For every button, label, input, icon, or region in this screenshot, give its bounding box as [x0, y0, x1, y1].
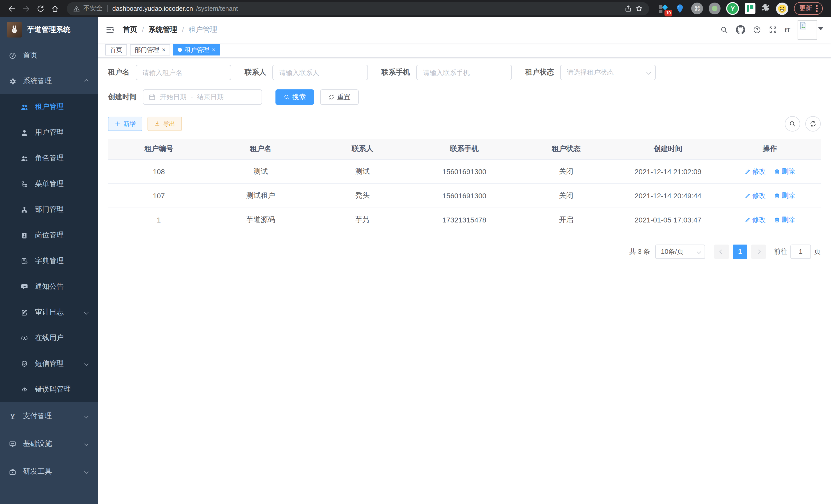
sidebar-item-user-management[interactable]: 用户管理: [0, 120, 98, 145]
delete-link[interactable]: 删除: [774, 191, 795, 200]
sidebar-item-dict-management[interactable]: 字典管理: [0, 248, 98, 274]
notice-bubble-icon: [21, 283, 28, 291]
start-date-placeholder: 开始日期: [160, 92, 187, 102]
tenant-name-input[interactable]: [136, 65, 231, 80]
post-badge-icon: [21, 232, 28, 239]
balloon-extension-icon[interactable]: [675, 3, 686, 14]
sidebar-item-tenant-management[interactable]: 租户管理: [0, 94, 98, 120]
security-warning-icon[interactable]: [73, 5, 80, 12]
sidebar-item-online-users[interactable]: 在线用户: [0, 325, 98, 351]
table-row: 1 芋道源码 芋艿 17321315478 开启 2021-01-05 17:0…: [108, 208, 821, 232]
share-icon[interactable]: [625, 5, 632, 12]
extension-squares-icon[interactable]: 10: [658, 3, 669, 14]
status-select[interactable]: 请选择租户状态: [560, 65, 656, 80]
status-text: 关闭: [515, 159, 617, 183]
sidebar-item-role-management[interactable]: 角色管理: [0, 145, 98, 171]
command-extension-icon[interactable]: ⌘: [691, 3, 703, 14]
edit-link[interactable]: 修改: [745, 215, 766, 224]
delete-link[interactable]: 删除: [774, 167, 795, 176]
github-icon[interactable]: [736, 25, 745, 34]
fullscreen-icon[interactable]: [769, 26, 777, 34]
sidebar-item-error-code[interactable]: 错误码管理: [0, 377, 98, 402]
gear-icon: [9, 77, 17, 85]
delete-link[interactable]: 删除: [774, 215, 795, 224]
navbar-right: tT: [720, 20, 823, 39]
sidebar-item-audit-log[interactable]: 审计日志: [0, 299, 98, 325]
browser-reload-button[interactable]: [34, 2, 47, 15]
col-status: 租户状态: [515, 139, 617, 159]
col-tenant-name: 租户名: [210, 139, 311, 159]
sidebar-item-infrastructure[interactable]: 基础设施: [0, 430, 98, 458]
goto-page-input[interactable]: [791, 244, 811, 259]
sidebar-item-notice[interactable]: 通知公告: [0, 274, 98, 299]
user-avatar[interactable]: [798, 20, 817, 39]
browser-back-button[interactable]: [5, 2, 19, 15]
edit-link[interactable]: 修改: [745, 167, 766, 176]
profile-avatar[interactable]: [776, 2, 789, 14]
search-button[interactable]: 搜索: [276, 89, 314, 105]
kanban-extension-icon[interactable]: [745, 3, 756, 14]
refresh-icon-button[interactable]: [805, 116, 821, 131]
sidebar-item-post-management[interactable]: 岗位管理: [0, 223, 98, 248]
chevron-down-icon: [84, 310, 89, 315]
chevron-down-icon: [84, 414, 89, 418]
col-contact: 联系人: [312, 139, 413, 159]
filter-row-1: 租户名 联系人 联系手机 租户状态 请选择租户状态: [108, 65, 821, 80]
sidebar-fold-icon[interactable]: [105, 25, 115, 34]
avatar-dropdown-caret[interactable]: [818, 27, 823, 30]
close-icon[interactable]: ×: [212, 47, 215, 53]
create-time-label: 创建时间: [108, 92, 143, 102]
extensions-puzzle-icon[interactable]: [762, 3, 771, 14]
export-button[interactable]: 导出: [147, 117, 182, 131]
dictionary-icon: [21, 257, 28, 265]
contact-input[interactable]: [273, 65, 368, 80]
prev-page-button[interactable]: [714, 244, 729, 259]
edit-link[interactable]: 修改: [745, 191, 766, 200]
app-logo-row[interactable]: 芋道管理系统: [0, 17, 98, 42]
close-icon[interactable]: ×: [162, 47, 166, 53]
reset-button[interactable]: 重置: [320, 89, 359, 105]
table-toolbar: 新增 导出: [108, 116, 821, 131]
show-search-icon-button[interactable]: [785, 116, 800, 131]
breadcrumb: 首页 / 系统管理 / 租户管理: [123, 25, 218, 34]
phone-input[interactable]: [416, 65, 512, 80]
sidebar-item-system[interactable]: 系统管理: [0, 68, 98, 94]
sidebar-item-dept-management[interactable]: 部门管理: [0, 197, 98, 223]
sidebar-item-menu-management[interactable]: 菜单管理: [0, 171, 98, 197]
breadcrumb-current: 租户管理: [189, 25, 218, 34]
search-icon[interactable]: [720, 26, 728, 34]
sidebar-item-dev-tools[interactable]: 研发工具: [0, 458, 98, 485]
font-size-icon[interactable]: tT: [784, 26, 790, 34]
next-page-button[interactable]: [751, 244, 766, 259]
tab-dept-management[interactable]: 部门管理 ×: [130, 44, 170, 56]
address-bar[interactable]: 不安全 dashboard.yudao.iocoder.cn/system/te…: [67, 2, 649, 15]
browser-window: 不安全 dashboard.yudao.iocoder.cn/system/te…: [0, 0, 831, 504]
phone-label: 联系手机: [381, 68, 416, 77]
tab-home[interactable]: 首页: [105, 44, 127, 56]
browser-toolbar: 不安全 dashboard.yudao.iocoder.cn/system/te…: [0, 0, 831, 17]
bookmark-star-icon[interactable]: [635, 5, 643, 12]
add-button[interactable]: 新增: [108, 117, 142, 131]
browser-forward-button[interactable]: [20, 2, 33, 15]
browser-update-button[interactable]: 更新: [794, 2, 823, 15]
sidebar: 芋道管理系统 首页 系统管理 租户管理: [0, 17, 98, 504]
tab-tenant-management[interactable]: 租户管理 ×: [173, 44, 220, 56]
table-row: 107 测试租户 秃头 15601691300 关闭 2021-12-14 20…: [108, 183, 821, 208]
browser-home-button[interactable]: [48, 2, 62, 15]
page-number-1[interactable]: 1: [733, 244, 747, 259]
breadcrumb-home[interactable]: 首页: [123, 25, 137, 34]
tenant-page: 租户名 联系人 联系手机 租户状态 请选择租户状态: [98, 58, 831, 504]
dot-extension-icon[interactable]: [709, 3, 721, 14]
browser-menu-icon[interactable]: [816, 5, 818, 12]
y-extension-icon[interactable]: Y: [726, 2, 739, 15]
sidebar-item-sms-management[interactable]: 短信管理: [0, 351, 98, 377]
help-icon[interactable]: [753, 26, 761, 34]
online-user-icon: [21, 334, 28, 342]
create-time-range-picker[interactable]: 开始日期 - 结束日期: [143, 89, 262, 105]
page-size-select[interactable]: 10条/页: [655, 244, 705, 259]
sidebar-item-home[interactable]: 首页: [0, 42, 98, 68]
table-row: 108 测试 测试 15601691300 关闭 2021-12-14 21:0…: [108, 159, 821, 183]
sidebar-item-payment[interactable]: ¥ 支付管理: [0, 402, 98, 430]
tenant-table: 租户编号 租户名 联系人 联系手机 租户状态 创建时间 操作 108 测试 测试: [108, 139, 821, 232]
breadcrumb-system[interactable]: 系统管理: [148, 25, 177, 34]
